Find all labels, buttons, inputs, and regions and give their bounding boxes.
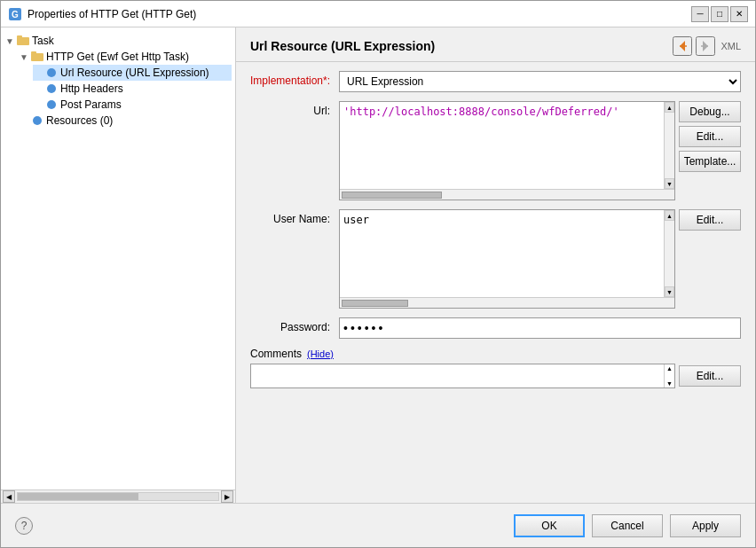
- svg-point-8: [47, 100, 56, 109]
- implementation-control: URL Expression: [339, 71, 741, 92]
- url-hscroll[interactable]: [340, 189, 674, 200]
- password-control: [339, 317, 741, 339]
- circle-icon-resources: [31, 114, 43, 127]
- url-vscroll-down[interactable]: ▼: [665, 178, 674, 189]
- expand-icon-headers: [33, 83, 43, 94]
- url-resource-label: Url Resource (URL Expression): [60, 67, 209, 79]
- hscroll-track[interactable]: [17, 492, 219, 501]
- url-textarea-container: ▲ ▼: [339, 101, 675, 200]
- close-button[interactable]: ✕: [730, 6, 748, 22]
- post-params-label: Post Params: [60, 98, 122, 111]
- url-input-area: ▲ ▼ Debug... Edit... Template...: [339, 101, 741, 200]
- url-vscroll-up[interactable]: ▲: [665, 102, 674, 113]
- circle-icon-params: [45, 98, 58, 111]
- user-vscroll[interactable]: ▲ ▼: [664, 210, 674, 297]
- username-textarea[interactable]: [340, 210, 674, 294]
- http-get-label: HTTP Get (Ewf Get Http Task): [46, 51, 189, 63]
- http-headers-label: Http Headers: [60, 82, 123, 95]
- back-button[interactable]: [673, 36, 692, 56]
- dialog-buttons: OK Cancel Apply: [514, 514, 741, 537]
- xml-label: XML: [721, 41, 741, 51]
- hscroll-left-btn[interactable]: ◀: [3, 490, 15, 503]
- svg-rect-4: [31, 53, 43, 61]
- bottom-bar: ? OK Cancel Apply: [1, 503, 755, 547]
- minimize-button[interactable]: ─: [691, 6, 709, 22]
- tree-item-task[interactable]: ▼ Task: [4, 33, 232, 49]
- svg-point-7: [47, 84, 56, 93]
- username-input-area: ▲ ▼ Edit...: [339, 209, 741, 309]
- task-label: Task: [32, 35, 54, 47]
- url-hscroll-thumb: [342, 192, 442, 199]
- resources-label: Resources (0): [46, 114, 113, 127]
- url-vscroll[interactable]: ▲ ▼: [664, 102, 674, 189]
- password-input[interactable]: [339, 317, 741, 339]
- svg-rect-2: [17, 37, 29, 45]
- tree-item-resources[interactable]: Resources (0): [19, 113, 232, 129]
- expand-icon-resources: [19, 115, 29, 126]
- hide-link[interactable]: (Hide): [307, 348, 334, 359]
- username-textarea-container: ▲ ▼: [339, 209, 675, 309]
- expand-icon-url: [33, 67, 43, 78]
- username-row: User Name: ▲ ▼: [250, 209, 741, 309]
- main-window: G Properties of HTTP Get (HTTP Get) ─ □ …: [0, 0, 756, 548]
- right-header: Url Resource (URL Expression): [236, 27, 755, 62]
- comments-input-row: ▲ ▼ Edit...: [250, 364, 741, 388]
- url-textarea[interactable]: [340, 102, 674, 186]
- content-area: ▼ Task ▼: [1, 27, 755, 503]
- edit-comments-button[interactable]: Edit...: [679, 365, 741, 387]
- edit-url-button[interactable]: Edit...: [679, 126, 741, 147]
- svg-point-6: [47, 68, 56, 77]
- cancel-button[interactable]: Cancel: [592, 514, 663, 537]
- svg-rect-3: [17, 35, 22, 38]
- right-panel: Url Resource (URL Expression): [236, 27, 755, 503]
- user-vscroll-up[interactable]: ▲: [665, 210, 674, 221]
- edit-user-button[interactable]: Edit...: [679, 209, 741, 231]
- comments-input[interactable]: [251, 368, 664, 384]
- username-side-buttons: Edit...: [679, 209, 741, 231]
- folder-icon-task: [17, 35, 29, 47]
- user-vscroll-track: [665, 221, 674, 286]
- debug-button[interactable]: Debug...: [679, 101, 741, 122]
- comments-scroll-up[interactable]: ▲: [666, 365, 673, 372]
- comments-input-wrapper: ▲ ▼: [250, 364, 675, 388]
- comments-scroll-down[interactable]: ▼: [666, 380, 673, 387]
- tree-hscrollbar[interactable]: ◀ ▶: [1, 489, 235, 503]
- url-side-buttons: Debug... Edit... Template...: [679, 101, 741, 172]
- tree-item-http-get[interactable]: ▼ HTTP Get (Ewf Get Http Task): [19, 49, 232, 65]
- url-vscroll-track: [665, 113, 674, 178]
- tree-item-url-resource[interactable]: Url Resource (URL Expression): [33, 65, 232, 81]
- password-row: Password:: [250, 317, 741, 339]
- circle-icon-headers: [45, 82, 58, 95]
- url-row: Url: ▲ ▼: [250, 101, 741, 200]
- maximize-button[interactable]: □: [711, 6, 728, 22]
- comments-section: Comments (Hide) ▲ ▼ Edit...: [250, 348, 741, 388]
- help-button[interactable]: ?: [15, 517, 33, 535]
- comments-label: Comments: [250, 348, 302, 360]
- ok-button[interactable]: OK: [514, 514, 585, 537]
- implementation-label: Implementation*:: [250, 71, 339, 87]
- username-label: User Name:: [250, 209, 339, 225]
- implementation-row: Implementation*: URL Expression: [250, 71, 741, 92]
- user-hscroll-thumb: [342, 300, 408, 307]
- user-hscroll[interactable]: [340, 297, 674, 308]
- circle-icon-url: [45, 67, 58, 79]
- tree-item-http-headers[interactable]: Http Headers: [33, 81, 232, 97]
- title-bar: G Properties of HTTP Get (HTTP Get) ─ □ …: [1, 1, 755, 27]
- apply-button[interactable]: Apply: [670, 514, 741, 537]
- expand-icon-http-get: ▼: [19, 51, 29, 62]
- svg-text:G: G: [12, 10, 19, 20]
- url-label: Url:: [250, 101, 339, 117]
- expand-icon-params: [33, 99, 43, 110]
- hscroll-right-btn[interactable]: ▶: [221, 490, 233, 503]
- user-vscroll-down[interactable]: ▼: [665, 286, 674, 297]
- expand-icon-task: ▼: [4, 35, 15, 46]
- forward-button[interactable]: [696, 36, 715, 56]
- panel-title: Url Resource (URL Expression): [250, 39, 435, 53]
- implementation-dropdown[interactable]: URL Expression: [339, 71, 741, 92]
- form-area: Implementation*: URL Expression Url:: [236, 62, 755, 503]
- tree-area: ▼ Task ▼: [1, 27, 235, 489]
- hscroll-thumb: [18, 493, 138, 500]
- template-button[interactable]: Template...: [679, 151, 741, 172]
- tree-item-post-params[interactable]: Post Params: [33, 97, 232, 113]
- comments-scrollbar[interactable]: ▲ ▼: [664, 364, 674, 388]
